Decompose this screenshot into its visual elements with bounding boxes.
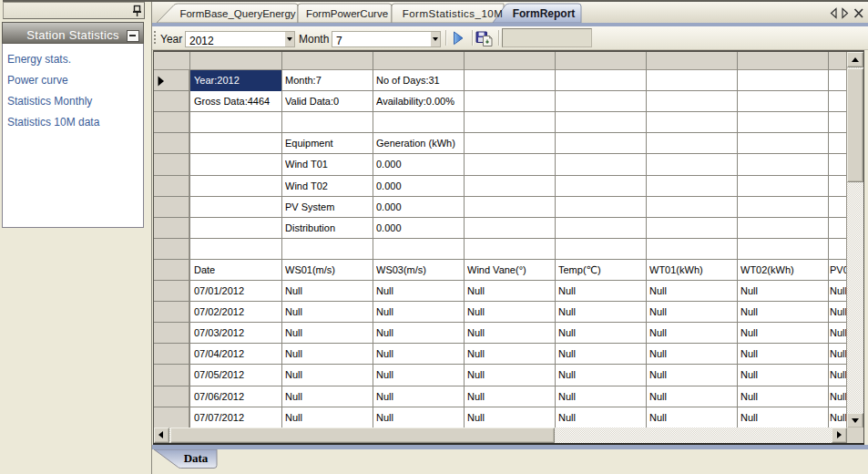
svg-text:FormStatistics_10M: FormStatistics_10M xyxy=(403,8,504,19)
svg-text:FormPowerCurve: FormPowerCurve xyxy=(306,8,388,19)
svg-text:FormBase_QueryEnergy: FormBase_QueryEnergy xyxy=(179,8,295,19)
svg-text:FormReport: FormReport xyxy=(513,7,576,20)
svg-text:Data: Data xyxy=(184,451,209,465)
